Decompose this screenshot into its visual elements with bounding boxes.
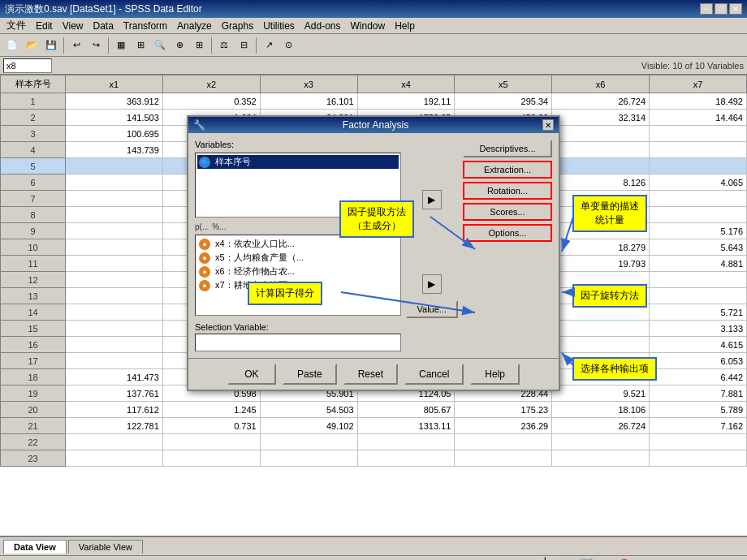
- row-number[interactable]: 22: [1, 434, 66, 450]
- cell-x4[interactable]: 1313.11: [357, 418, 455, 434]
- cell-x1[interactable]: 363.912: [66, 93, 163, 110]
- source-listbox[interactable]: 🔷 样本序号: [195, 153, 401, 218]
- row-number[interactable]: 8: [1, 207, 66, 223]
- row-number[interactable]: 2: [1, 110, 66, 126]
- cell-x1[interactable]: 137.761: [66, 386, 163, 402]
- listbox-item-2[interactable]: ● x5：人均粮食产量（...: [197, 251, 399, 265]
- help-btn[interactable]: Help: [470, 364, 520, 385]
- row-number[interactable]: 16: [1, 337, 66, 353]
- col-header-x4[interactable]: x4: [357, 75, 455, 93]
- cell-x6[interactable]: 26.724: [552, 93, 650, 110]
- paste-btn[interactable]: Paste: [283, 364, 337, 385]
- cell-x2[interactable]: [162, 450, 260, 467]
- cell-x6[interactable]: [552, 434, 650, 450]
- cell-x6[interactable]: 18.106: [552, 402, 650, 418]
- col-header-x6[interactable]: x6: [552, 75, 650, 93]
- toolbar-new[interactable]: 📄: [3, 37, 21, 54]
- cell-x1[interactable]: [66, 256, 163, 272]
- menu-file[interactable]: 文件: [2, 17, 31, 34]
- row-number[interactable]: 1: [1, 93, 66, 110]
- row-number[interactable]: 18: [1, 369, 66, 386]
- cell-x1[interactable]: [66, 223, 163, 239]
- cell-x1[interactable]: [66, 191, 163, 207]
- cell-x1[interactable]: 100.695: [66, 126, 163, 142]
- menu-addons[interactable]: Add-ons: [300, 19, 346, 33]
- menu-graphs[interactable]: Graphs: [217, 19, 258, 33]
- listbox-item-1[interactable]: ● x4：依农业人口比...: [197, 237, 399, 251]
- cell-x7[interactable]: [650, 126, 747, 142]
- cell-x6[interactable]: [552, 142, 650, 158]
- cell-x7[interactable]: 6.053: [650, 353, 747, 369]
- menu-data[interactable]: Data: [88, 19, 118, 33]
- row-number[interactable]: 19: [1, 386, 66, 402]
- cell-x7[interactable]: 5.789: [650, 402, 747, 418]
- listbox-item-4[interactable]: ● x7：耕地占土地面...: [197, 278, 399, 292]
- col-header-rownum[interactable]: 样本序号: [1, 75, 66, 93]
- reset-btn[interactable]: Reset: [343, 364, 398, 385]
- cell-x5[interactable]: 175.23: [455, 402, 552, 418]
- close-btn[interactable]: ✕: [729, 3, 742, 15]
- cell-x1[interactable]: [66, 288, 163, 304]
- cell-x1[interactable]: [66, 272, 163, 288]
- cell-x6[interactable]: [552, 126, 650, 142]
- cell-x7[interactable]: 3.133: [650, 321, 747, 337]
- cell-x6[interactable]: [552, 158, 650, 174]
- cell-x1[interactable]: [66, 434, 163, 450]
- cell-x1[interactable]: [66, 207, 163, 223]
- arrow-button2[interactable]: ▶: [422, 274, 442, 294]
- factor-analysis-dialog[interactable]: 🔧 Factor Analysis ✕ Variables: 🔷 样本序号: [187, 115, 560, 391]
- row-number[interactable]: 7: [1, 191, 66, 207]
- toolbar-btn8[interactable]: ↗: [260, 37, 278, 54]
- cell-x5[interactable]: [455, 450, 552, 467]
- row-number[interactable]: 17: [1, 353, 66, 369]
- cell-x7[interactable]: 18.492: [650, 93, 747, 110]
- toolbar-undo[interactable]: ↩: [67, 37, 85, 54]
- toolbar-btn3[interactable]: 🔍: [151, 37, 169, 54]
- tab-variable-view[interactable]: Variable View: [68, 540, 143, 554]
- cell-x7[interactable]: 6.442: [650, 369, 747, 386]
- row-number[interactable]: 14: [1, 304, 66, 321]
- cell-x6[interactable]: 8.126: [552, 174, 650, 191]
- cell-x6[interactable]: [552, 321, 650, 337]
- cell-x4[interactable]: 805.67: [357, 402, 455, 418]
- cell-x1[interactable]: [66, 337, 163, 353]
- col-header-x5[interactable]: x5: [455, 75, 552, 93]
- cell-x7[interactable]: 7.162: [650, 418, 747, 434]
- cell-x7[interactable]: 4.615: [650, 337, 747, 353]
- cell-ref-input[interactable]: [3, 58, 52, 73]
- cell-x6[interactable]: [552, 353, 650, 369]
- toolbar-redo[interactable]: ↪: [87, 37, 105, 54]
- row-number[interactable]: 21: [1, 418, 66, 434]
- options-btn[interactable]: Options...: [463, 224, 552, 242]
- cell-x1[interactable]: 141.473: [66, 369, 163, 386]
- menu-analyze[interactable]: Analyze: [172, 19, 217, 33]
- row-number[interactable]: 10: [1, 239, 66, 256]
- row-number[interactable]: 11: [1, 256, 66, 272]
- toolbar-save[interactable]: 💾: [42, 37, 60, 54]
- cell-x6[interactable]: 32.314: [552, 110, 650, 126]
- row-number[interactable]: 13: [1, 288, 66, 304]
- cell-x6[interactable]: [552, 288, 650, 304]
- rotation-btn[interactable]: Rotation...: [463, 182, 552, 200]
- listbox-item-3[interactable]: ● x6：经济作物占农...: [197, 265, 399, 278]
- row-number[interactable]: 23: [1, 450, 66, 467]
- cell-x7[interactable]: [650, 158, 747, 174]
- menu-edit[interactable]: Edit: [31, 19, 58, 33]
- cell-x1[interactable]: [66, 450, 163, 467]
- cell-x6[interactable]: [552, 223, 650, 239]
- cell-x6[interactable]: [552, 337, 650, 353]
- cell-x6[interactable]: [552, 450, 650, 467]
- cell-x2[interactable]: 1.245: [162, 402, 260, 418]
- menu-help[interactable]: Help: [390, 19, 420, 33]
- cell-x2[interactable]: [162, 434, 260, 450]
- cell-x1[interactable]: [66, 239, 163, 256]
- menu-utilities[interactable]: Utilities: [258, 19, 300, 33]
- cell-x1[interactable]: [66, 321, 163, 337]
- cell-x6[interactable]: 18.279: [552, 239, 650, 256]
- cell-x5[interactable]: 236.29: [455, 418, 552, 434]
- row-number[interactable]: 4: [1, 142, 66, 158]
- cell-x2[interactable]: 0.352: [162, 93, 260, 110]
- dialog-close-btn[interactable]: ✕: [542, 119, 554, 131]
- arrow-button[interactable]: ▶: [422, 190, 442, 209]
- cell-x3[interactable]: [260, 450, 357, 467]
